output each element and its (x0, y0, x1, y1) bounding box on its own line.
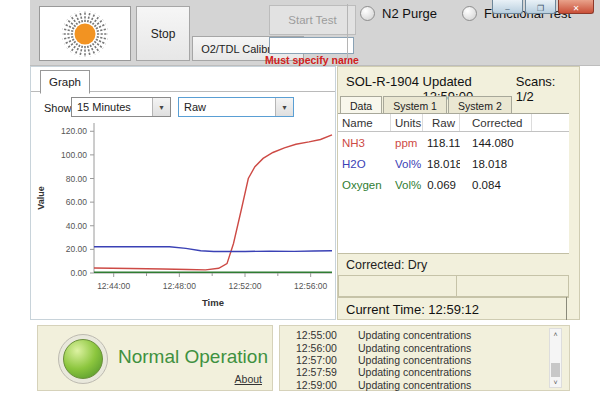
col-header-raw: Raw (423, 114, 460, 131)
y-tick-label: 20.00 (66, 244, 88, 254)
spare-cells-row (338, 275, 569, 297)
log-scrollbar[interactable]: ˄ ˅ (549, 328, 562, 388)
table-cell: ppm (391, 137, 423, 149)
time-range-value: 15 Minutes (72, 101, 152, 113)
tab-graph[interactable]: Graph (40, 70, 90, 94)
log-message: Updating concentrations (358, 329, 471, 341)
toolbar: Stop O2/TDL Calibration Start Test Must … (30, 0, 600, 66)
window-controls: – ❐ ✕ (492, 0, 594, 14)
tab-system-1[interactable]: System 1 (383, 96, 447, 114)
table-row: OxygenVol%0.0690.084 (338, 174, 569, 195)
log-time: 12:55:00 (296, 329, 344, 341)
event-log-list: 12:55:00Updating concentrations12:56:00U… (280, 329, 546, 391)
log-time: 12:57:59 (296, 366, 344, 378)
y-tick-label: 80.00 (66, 174, 88, 184)
scans-counter: Scans: 1/2 (516, 74, 576, 104)
tab-system-2[interactable]: System 2 (448, 96, 512, 114)
series-nh3 (94, 135, 332, 270)
about-link[interactable]: About (235, 373, 262, 385)
data-mode-value: Raw (179, 101, 275, 113)
test-name-input[interactable] (269, 37, 354, 54)
spare-cell (457, 275, 569, 297)
functional-test-radio[interactable] (462, 6, 477, 21)
x-tick-label: 12:56:00 (294, 281, 327, 291)
table-cell: 118.119 (423, 137, 460, 149)
table-cell: 18.018 (423, 158, 460, 170)
y-tick-label: 120.00 (61, 126, 87, 136)
status-panel: Normal Operation About (37, 325, 273, 391)
table-cell: 0.069 (423, 179, 460, 191)
col-header-name: Name (338, 114, 391, 131)
log-message: Updating concentrations (358, 379, 471, 391)
close-icon[interactable]: ✕ (558, 0, 594, 14)
log-time: 12:56:00 (296, 342, 344, 354)
series-h2o (94, 247, 332, 252)
start-test-button: Start Test (269, 5, 356, 35)
table-row: NH3ppm118.119144.080 (338, 132, 569, 153)
log-message: Updating concentrations (358, 354, 471, 366)
x-tick-label: 12:44:00 (97, 281, 130, 291)
table-header-row: Name Units Raw Corrected (338, 114, 569, 132)
green-led-icon (63, 339, 103, 379)
table-row: H2OVol%18.01818.018 (338, 153, 569, 174)
col-header-corrected: Corrected (460, 114, 532, 131)
log-entry: 12:57:00Updating concentrations (280, 354, 546, 366)
scroll-up-icon[interactable]: ˄ (550, 329, 561, 339)
current-time-cell-edge (566, 297, 567, 320)
y-tick-label: 100.00 (61, 150, 87, 160)
data-panel-tabs: DataSystem 1System 2 (340, 96, 513, 114)
spare-cell (338, 275, 457, 297)
table-cell: H2O (338, 158, 391, 170)
status-message: Normal Operation (118, 346, 268, 368)
table-cell: 0.084 (460, 179, 532, 191)
table-cell: Oxygen (338, 179, 391, 191)
restore-icon[interactable]: ❐ (525, 0, 556, 14)
toolbar-divider (347, 4, 348, 61)
y-tick-label: 60.00 (66, 197, 88, 207)
y-tick-label: 0.00 (70, 268, 87, 278)
corrected-mode-bar: Corrected: Dry (338, 253, 569, 275)
y-axis-title: Value (36, 186, 46, 210)
sunburst-logo-icon (59, 9, 111, 59)
x-axis-title: Time (202, 297, 224, 308)
n2-purge-label: N2 Purge (382, 6, 437, 21)
data-panel: SOL-R-1904 Updated 12:59:00 Scans: 1/2 D… (337, 66, 580, 320)
scroll-down-icon[interactable]: ˅ (550, 377, 561, 387)
table-cell: Vol% (391, 158, 423, 170)
table-cell: Vol% (391, 179, 423, 191)
log-time: 12:59:00 (296, 379, 344, 391)
log-entry: 12:59:00Updating concentrations (280, 379, 546, 391)
data-mode-dropdown[interactable]: Raw ▾ (178, 97, 294, 117)
x-tick-label: 12:52:00 (228, 281, 261, 291)
concentration-table: Name Units Raw Corrected NH3ppm118.11914… (338, 113, 569, 254)
chevron-down-icon[interactable]: ▾ (275, 98, 293, 116)
event-log-panel: 12:55:00Updating concentrations12:56:00U… (279, 325, 570, 391)
log-entry: 12:55:00Updating concentrations (280, 329, 546, 341)
log-entry: 12:56:00Updating concentrations (280, 341, 546, 353)
table-cell: 144.080 (460, 137, 532, 149)
table-cell: NH3 (338, 137, 391, 149)
show-label: Show (44, 102, 72, 114)
n2-purge-radio[interactable] (360, 6, 375, 21)
scrollbar-thumb[interactable] (551, 363, 560, 377)
log-entry: 12:57:59Updating concentrations (280, 366, 546, 378)
stop-button[interactable]: Stop (136, 6, 190, 61)
y-tick-label: 40.00 (66, 221, 88, 231)
chevron-down-icon[interactable]: ▾ (152, 98, 170, 116)
table-cell: 18.018 (460, 158, 532, 170)
log-message: Updating concentrations (358, 366, 471, 378)
x-tick-label: 12:48:00 (163, 281, 196, 291)
current-time-bar: Current Time: 12:59:12 (338, 297, 569, 320)
status-led-bezel (58, 334, 108, 384)
log-time: 12:57:00 (296, 354, 344, 366)
tab-data[interactable]: Data (340, 96, 382, 114)
app-logo (39, 6, 131, 61)
graph-panel: Graph Show 15 Minutes ▾ Raw ▾ 0.0020.004… (30, 66, 336, 320)
col-header-units: Units (391, 114, 423, 131)
trend-chart: 0.0020.0040.0060.0080.00100.00120.0012:4… (31, 119, 337, 319)
time-range-dropdown[interactable]: 15 Minutes ▾ (71, 97, 171, 117)
minimize-icon[interactable]: – (492, 0, 523, 14)
log-message: Updating concentrations (358, 342, 471, 354)
